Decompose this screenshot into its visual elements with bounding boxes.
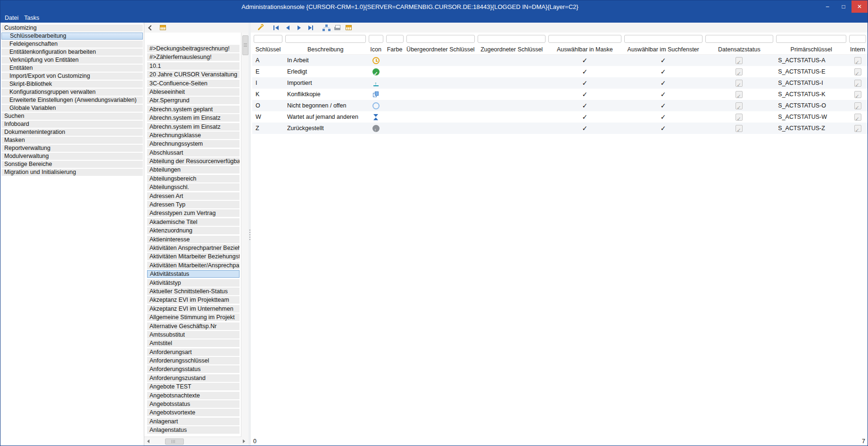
key-list-item[interactable]: Abteilungen (147, 166, 240, 173)
column-header-zugeordneter-schl-ssel[interactable]: Zugeordneter Schlüssel (476, 46, 547, 53)
sidebar-item-globale-variablen[interactable]: Globale Variablen (1, 105, 143, 112)
key-table-button[interactable] (157, 23, 169, 33)
key-list-item[interactable]: Angebotsstatus (147, 400, 240, 408)
key-list-item[interactable]: Anforderungsstatus (147, 365, 240, 373)
cell-ausw-hlbar-in-maske[interactable] (547, 66, 623, 77)
key-list-item[interactable]: 20 Jahre CURSOR Veranstaltung (147, 71, 240, 78)
column-header-ausw-hlbar-in-maske[interactable]: Auswählbar in Maske (547, 46, 623, 53)
sidebar-item-konfigurationsgruppen-verwalten[interactable]: Konfigurationsgruppen verwalten (1, 89, 143, 96)
key-list-item[interactable]: Anforderungsschlüssel (147, 357, 240, 364)
cell-ausw-hlbar-im-suchfenster[interactable] (623, 123, 704, 134)
sidebar-item-migration-und-initialisierung[interactable]: Migration und Initialisierung (1, 169, 143, 176)
cell-ausw-hlbar-im-suchfenster[interactable] (623, 89, 704, 100)
key-list-item[interactable]: Anlagenart (147, 418, 240, 425)
column-header-farbe[interactable]: Farbe (385, 46, 405, 53)
filter-zugeordneter-schl-ssel-input[interactable] (478, 35, 546, 43)
key-list-item[interactable]: Abrechn.system geplant (147, 106, 240, 113)
cell-ausw-hlbar-in-maske[interactable] (547, 111, 623, 123)
cell-ausw-hlbar-im-suchfenster[interactable] (623, 55, 704, 66)
sidebar-item-erweiterte-einstellungen-anwendungsvariablen[interactable]: Erweiterte Einstellungen (Anwendungsvari… (1, 97, 143, 104)
key-list-item[interactable]: #>Deckungsbeitragsrechnung! (147, 45, 240, 52)
filter-prim-rschl-ssel-input[interactable] (776, 35, 846, 43)
cell-ausw-hlbar-im-suchfenster[interactable] (623, 77, 704, 89)
key-list-item[interactable]: Allgemeine Stimmung im Projekt (147, 314, 240, 321)
filter-beschreibung-input[interactable] (285, 35, 366, 43)
filter-intern-input[interactable] (849, 35, 866, 43)
filter-datensatzstatus-input[interactable] (705, 35, 774, 43)
key-list-item[interactable]: Akademische Titel (147, 218, 240, 226)
column-header-beschreibung[interactable]: Beschreibung (284, 46, 367, 53)
cell-ausw-hlbar-in-maske[interactable] (547, 55, 623, 66)
key-list-item[interactable]: Amtssubstitut (147, 331, 240, 339)
key-list-item[interactable]: Adressen Art (147, 192, 240, 200)
menu-tasks[interactable]: Tasks (24, 15, 39, 21)
key-list-item[interactable]: Aktivitäten Ansprechpartner Beziehu (147, 244, 240, 252)
table-row[interactable]: KKonfliktkopieS_ACTSTATUS-K (252, 89, 868, 100)
maximize-button[interactable]: □ (835, 0, 851, 13)
key-list-item[interactable]: Angebotsnachtexte (147, 392, 240, 399)
column-header-bergeordneter-schl-ssel[interactable]: Übergeordneter Schlüssel (405, 46, 477, 53)
nav-first-button[interactable] (271, 23, 282, 33)
column-header-schl-ssel[interactable]: Schlüssel (252, 46, 284, 53)
filter-ausw-hlbar-im-suchfenster-input[interactable] (624, 35, 703, 43)
sidebar-item-skript-bibliothek[interactable]: Skript-Bibliothek (1, 81, 143, 88)
minimize-button[interactable]: – (819, 0, 835, 13)
key-list-item[interactable]: Akzeptanz EVI im Unternehmen (147, 305, 240, 313)
sidebar-item-feldeigenschaften[interactable]: Feldeigenschaften (1, 41, 143, 48)
menu-datei[interactable]: Datei (5, 15, 18, 21)
close-button[interactable]: ✕ (851, 0, 868, 13)
sidebar-item-masken[interactable]: Masken (1, 137, 143, 144)
table-row[interactable]: ZZurückgestelltS_ACTSTATUS-Z (252, 123, 868, 134)
key-list-item[interactable]: Abrechnungsklasse (147, 132, 240, 139)
key-list-item[interactable]: Abteilungsschl. (147, 183, 240, 191)
sidebar-item-suchen[interactable]: Suchen (1, 113, 143, 120)
cell-ausw-hlbar-in-maske[interactable] (547, 123, 623, 134)
sidebar-item-reportverwaltung[interactable]: Reportverwaltung (1, 145, 143, 152)
key-list-item[interactable]: Alternative Geschäftsp.Nr (147, 322, 240, 330)
key-list-item[interactable]: Adressen Typ (147, 201, 240, 208)
sidebar-item-modulverwaltung[interactable]: Modulverwaltung (1, 153, 143, 160)
key-list-item[interactable]: Abschlussart (147, 149, 240, 157)
table-row[interactable]: EErledigtS_ACTSTATUS-E (252, 66, 868, 77)
sidebar-item-infoboard[interactable]: Infoboard (1, 121, 143, 128)
table-row[interactable]: ONicht begonnen / offenS_ACTSTATUS-O (252, 100, 868, 111)
key-list-item[interactable]: Angebotsvortexte (147, 409, 240, 416)
key-list-item[interactable]: Anforderungsart (147, 348, 240, 356)
sidebar-item-dokumentenintegration[interactable]: Dokumentenintegration (1, 129, 143, 136)
key-list-item[interactable]: Abrechnungssystem (147, 140, 240, 148)
key-list-item[interactable]: Aktueller Schnittstellen-Status (147, 288, 240, 295)
sidebar-item-schl-sselbearbeitung[interactable]: Schlüsselbearbeitung (1, 33, 143, 40)
key-list-horizontal-scrollbar[interactable] (144, 437, 248, 446)
key-list-vertical-scrollbar[interactable] (241, 33, 248, 437)
hscroll-thumb[interactable] (165, 438, 184, 445)
hscroll-left-button[interactable] (144, 438, 153, 445)
sidebar-item-entit-tenkonfiguration-bearbeiten[interactable]: Entitätenkonfiguration bearbeiten (1, 49, 143, 56)
key-list-item[interactable]: #>Zählerfernauslesung! (147, 53, 240, 61)
key-list-item[interactable]: Aktivitätstyp (147, 279, 240, 287)
key-list-item[interactable]: Aktivitäten Mitarbeiter/Ansprechpar (147, 262, 240, 269)
key-list-item[interactable]: Akzeptanz EVI im Projektteam (147, 296, 240, 304)
cell-ausw-hlbar-in-maske[interactable] (547, 89, 623, 100)
key-list-item[interactable]: 10.1 (147, 62, 240, 70)
sidebar-item-import-export-von-customizing[interactable]: Import/Export von Customizing (1, 73, 143, 80)
wrench-button[interactable] (255, 23, 266, 33)
nav-next-button[interactable] (293, 23, 305, 33)
key-list-item[interactable]: Abteilungsbereich (147, 175, 240, 182)
sidebar-item-sonstige-bereiche[interactable]: Sonstige Bereiche (1, 161, 143, 168)
filter-farbe-input[interactable] (386, 35, 404, 43)
sidebar-item-entit-ten[interactable]: Entitäten (1, 65, 143, 72)
key-list-item[interactable]: Aktenzuordnung (147, 227, 240, 234)
key-list-item[interactable]: Abrechn.system im Einsatz (147, 123, 240, 131)
key-list-item[interactable]: Aktivitäten Mitarbeiter Beziehungsty (147, 253, 240, 260)
filter-ausw-hlbar-in-maske-input[interactable] (548, 35, 621, 43)
filter-icon-input[interactable] (369, 35, 383, 43)
sidebar-item-customizing[interactable]: Customizing (1, 25, 143, 32)
table-row[interactable]: WWartet auf jemand anderenS_ACTSTATUS-W (252, 111, 868, 123)
cell-ausw-hlbar-in-maske[interactable] (547, 77, 623, 89)
nav-prev-button[interactable] (282, 23, 293, 33)
key-list-item[interactable]: Abteilung der Ressourcenverfügbark (147, 157, 240, 165)
key-list-item[interactable]: Anforderungszustand (147, 374, 240, 382)
print-button[interactable] (332, 23, 343, 33)
key-list-item[interactable]: Abr.Sperrgrund (147, 97, 240, 104)
cell-ausw-hlbar-im-suchfenster[interactable] (623, 111, 704, 123)
